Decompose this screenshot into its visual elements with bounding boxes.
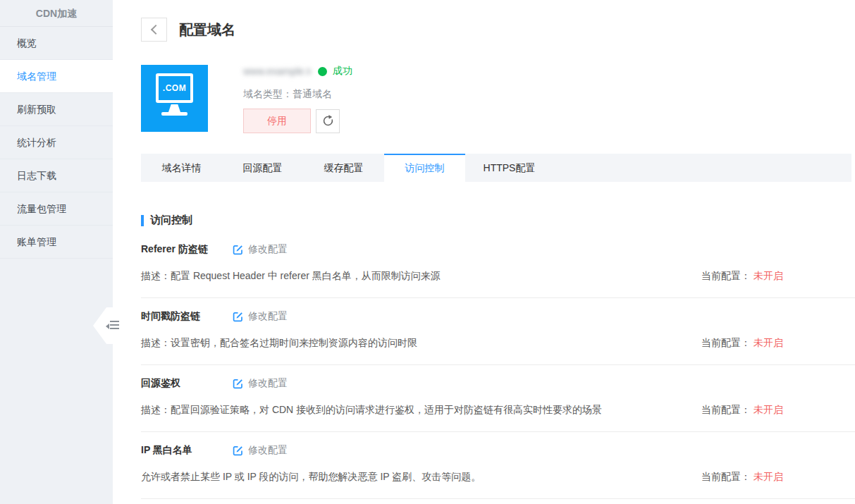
disable-button[interactable]: 停用	[243, 109, 311, 133]
domain-type-row: 域名类型：普通域名	[243, 88, 352, 99]
row-status: 当前配置：未开启	[701, 471, 855, 484]
chevron-left-icon	[150, 25, 160, 35]
row-description: 描述：设置密钥，配合签名过期时间来控制资源内容的访问时限	[141, 337, 417, 350]
section-heading: 访问控制	[141, 214, 192, 227]
status-value: 未开启	[753, 270, 783, 281]
row-status: 当前配置：未开启	[701, 404, 855, 417]
config-rows: Referer 防盗链 修改配置 描述：配置 Request Header 中 …	[141, 231, 855, 499]
tab-origin-config[interactable]: 回源配置	[222, 154, 303, 182]
sidebar-title: CDN加速	[0, 0, 113, 27]
tab-access-control[interactable]: 访问控制	[384, 154, 465, 182]
com-monitor-icon: .COM	[141, 65, 208, 132]
edit-config-link[interactable]: 修改配置	[233, 310, 288, 323]
tab-https-config[interactable]: HTTPS配置	[465, 154, 553, 182]
tab-domain-details[interactable]: 域名详情	[141, 154, 222, 182]
row-title: 回源鉴权	[141, 377, 233, 390]
domain-card: .COM www.example.top 成功 域名类型：普通域名 停用	[141, 65, 352, 133]
sidebar-item-refresh-prefetch[interactable]: 刷新预取	[0, 93, 113, 126]
domain-actions: 停用	[243, 109, 352, 133]
status-value: 未开启	[753, 404, 783, 415]
config-row-origin-auth: 回源鉴权 修改配置 描述：配置回源验证策略，对 CDN 接收到的访问请求进行鉴权…	[141, 365, 855, 432]
edit-square-icon	[233, 245, 243, 255]
row-title: Referer 防盗链	[141, 243, 233, 256]
domain-name-row: www.example.top 成功	[243, 66, 352, 77]
config-row-referer: Referer 防盗链 修改配置 描述：配置 Request Header 中 …	[141, 231, 855, 298]
edit-config-link[interactable]: 修改配置	[233, 377, 288, 390]
section-title: 访问控制	[150, 214, 192, 227]
sidebar: CDN加速 概览 域名管理 刷新预取 统计分析 日志下载 流量包管理 账单管理	[0, 0, 113, 504]
edit-square-icon	[233, 379, 243, 389]
domain-type-label: 域名类型：	[243, 88, 293, 99]
status-dot-icon	[318, 67, 327, 76]
sidebar-item-log-download[interactable]: 日志下载	[0, 159, 113, 192]
edit-config-label: 修改配置	[248, 377, 288, 390]
row-description: 允许或者禁止某些 IP 或 IP 段的访问，帮助您解决恶意 IP 盗刷、攻击等问…	[141, 471, 481, 484]
domain-type-value: 普通域名	[293, 88, 332, 99]
edit-square-icon	[233, 312, 243, 322]
refresh-icon	[321, 114, 335, 128]
domain-info: www.example.top 成功 域名类型：普通域名 停用	[243, 65, 352, 133]
row-title: IP 黑白名单	[141, 444, 233, 457]
row-status: 当前配置：未开启	[701, 337, 855, 350]
edit-config-link[interactable]: 修改配置	[233, 243, 288, 256]
page-title: 配置域名	[179, 20, 235, 39]
back-button[interactable]	[141, 18, 167, 42]
tab-cache-config[interactable]: 缓存配置	[303, 154, 384, 182]
monitor-stand	[168, 104, 180, 112]
row-description: 描述：配置回源验证策略，对 CDN 接收到的访问请求进行鉴权，适用于对防盗链有很…	[141, 404, 602, 417]
row-description: 描述：配置 Request Header 中 referer 黑白名单，从而限制…	[141, 270, 441, 283]
domain-name-masked: www.example.top	[243, 66, 311, 77]
cdn-console: CDN加速 概览 域名管理 刷新预取 统计分析 日志下载 流量包管理 账单管理 …	[0, 0, 855, 504]
sidebar-item-traffic-package[interactable]: 流量包管理	[0, 192, 113, 226]
edit-config-label: 修改配置	[248, 444, 288, 457]
sidebar-item-overview[interactable]: 概览	[0, 27, 113, 60]
sidebar-nav: 概览 域名管理 刷新预取 统计分析 日志下载 流量包管理 账单管理	[0, 27, 113, 259]
sidebar-item-statistics[interactable]: 统计分析	[0, 126, 113, 159]
sidebar-item-billing[interactable]: 账单管理	[0, 226, 113, 259]
edit-square-icon	[233, 445, 243, 456]
config-row-ip-list: IP 黑白名单 修改配置 允许或者禁止某些 IP 或 IP 段的访问，帮助您解决…	[141, 432, 855, 499]
domain-status: 成功	[333, 65, 352, 78]
refresh-button[interactable]	[316, 109, 340, 133]
section-accent-bar	[141, 215, 144, 226]
edit-config-label: 修改配置	[248, 310, 288, 323]
edit-config-link[interactable]: 修改配置	[233, 444, 288, 457]
collapse-menu-icon	[110, 321, 119, 329]
config-row-timestamp: 时间戳防盗链 修改配置 描述：设置密钥，配合签名过期时间来控制资源内容的访问时限…	[141, 298, 855, 365]
page-header: 配置域名	[141, 18, 235, 42]
main-content: 配置域名 .COM www.example.top 成功 域名类型：普通域名	[113, 0, 855, 504]
monitor-base	[161, 112, 187, 116]
monitor-screen-label: .COM	[163, 83, 186, 93]
status-value: 未开启	[753, 337, 783, 348]
tab-bar: 域名详情 回源配置 缓存配置 访问控制 HTTPS配置	[141, 154, 851, 182]
status-value: 未开启	[753, 471, 783, 482]
sidebar-item-domain-management[interactable]: 域名管理	[0, 60, 113, 93]
row-status: 当前配置：未开启	[701, 270, 855, 283]
monitor-screen: .COM	[156, 73, 193, 103]
row-title: 时间戳防盗链	[141, 310, 233, 323]
edit-config-label: 修改配置	[248, 243, 288, 256]
